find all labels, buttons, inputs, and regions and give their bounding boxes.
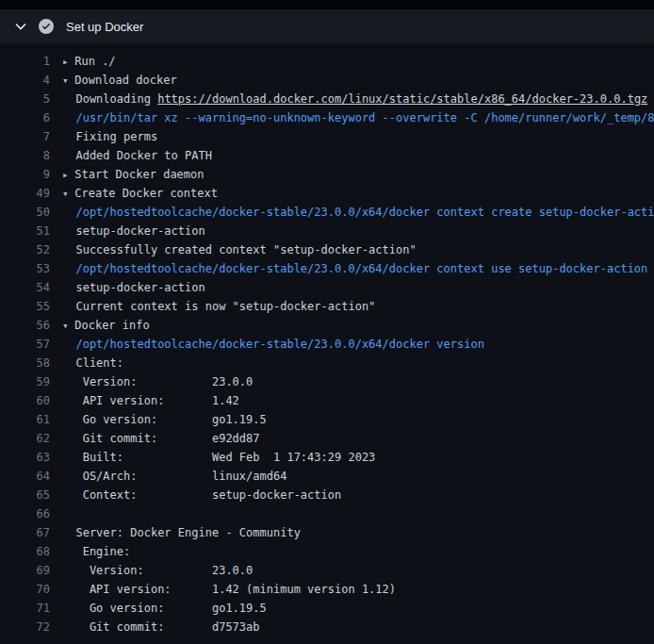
line-number[interactable]: 55	[0, 297, 50, 316]
log-line-content: Server: Docker Engine - Community	[62, 523, 654, 542]
log-text: Downloading	[62, 92, 157, 106]
group-collapse-icon[interactable]: ▾	[62, 185, 74, 203]
log-text: Server: Docker Engine - Community	[62, 526, 301, 539]
line-number[interactable]: 4	[0, 71, 50, 90]
log-line-content: /opt/hostedtoolcache/docker-stable/23.0.…	[62, 259, 654, 278]
log-text: Version: 23.0.0	[62, 375, 253, 388]
log-line-content: Go version: go1.19.5	[62, 410, 654, 429]
log-text: Client:	[62, 356, 123, 370]
line-number[interactable]: 68	[0, 542, 50, 561]
log-line: 55 Current context is now "setup-docker-…	[0, 297, 654, 316]
group-collapse-icon[interactable]: ▾	[62, 317, 74, 335]
log-line-content: ▾Download docker	[62, 71, 654, 90]
log-line-content: Added Docker to PATH	[62, 146, 654, 165]
line-number[interactable]: 53	[0, 259, 50, 278]
group-title[interactable]: Create Docker context	[74, 187, 218, 200]
group-title[interactable]: Start Docker daemon	[74, 168, 204, 181]
line-number[interactable]: 1	[0, 52, 50, 71]
log-line-content: Current context is now "setup-docker-act…	[62, 297, 654, 316]
log-line: 6 /usr/bin/tar xz --warning=no-unknown-k…	[0, 108, 654, 127]
line-number[interactable]: 66	[0, 504, 50, 523]
log-line: 61 Go version: go1.19.5	[0, 410, 654, 429]
log-line: 64 OS/Arch: linux/amd64	[0, 467, 654, 486]
log-line-content: API version: 1.42	[62, 391, 654, 410]
line-number[interactable]: 72	[0, 618, 50, 636]
log-link[interactable]: https://download.docker.com/linux/static…	[157, 92, 647, 106]
log-line: 66	[0, 504, 654, 523]
line-number[interactable]: 62	[0, 429, 50, 448]
line-number[interactable]: 5	[0, 90, 50, 108]
log-line: 56▾Docker info	[0, 316, 654, 335]
line-number[interactable]: 65	[0, 486, 50, 504]
log-line: 67 Server: Docker Engine - Community	[0, 523, 654, 542]
line-number[interactable]: 57	[0, 335, 50, 354]
log-line: 52 Successfully created context "setup-d…	[0, 240, 654, 259]
line-number[interactable]: 67	[0, 523, 50, 542]
log-line-content: Client:	[62, 354, 654, 372]
group-expand-icon[interactable]: ▸	[62, 166, 74, 184]
log-line-content: Downloading https://download.docker.com/…	[62, 90, 654, 108]
log-text: Go version: go1.19.5	[62, 413, 267, 426]
log-text: setup-docker-action	[62, 224, 205, 238]
log-line-content	[62, 504, 654, 523]
log-text: OS/Arch: linux/amd64	[62, 470, 286, 483]
line-number[interactable]: 49	[0, 184, 50, 203]
log-line: 4▾Download docker	[0, 71, 654, 90]
line-number[interactable]: 52	[0, 240, 50, 259]
log-line-content: Git commit: d7573ab	[62, 618, 654, 636]
line-number[interactable]: 50	[0, 203, 50, 222]
step-title: Set up Docker	[66, 20, 143, 34]
log-line: 59 Version: 23.0.0	[0, 372, 654, 391]
log-line-content: ▸Run ./	[62, 52, 654, 71]
success-check-icon	[39, 19, 54, 34]
log-line: 58 Client:	[0, 354, 654, 372]
line-number[interactable]: 9	[0, 165, 50, 184]
log-text: setup-docker-action	[62, 281, 205, 294]
log-line-content: setup-docker-action	[62, 278, 654, 297]
log-line: 1▸Run ./	[0, 52, 654, 71]
line-number[interactable]: 51	[0, 222, 50, 240]
log-lines-container: 1▸Run ./4▾Download docker5 Downloading h…	[0, 43, 654, 636]
group-title[interactable]: Download docker	[74, 74, 176, 87]
log-line-content: ▾Docker info	[62, 316, 654, 335]
group-expand-icon[interactable]: ▸	[62, 53, 74, 71]
log-line: 70 API version: 1.42 (minimum version 1.…	[0, 580, 654, 599]
log-line: 63 Built: Wed Feb 1 17:43:29 2023	[0, 448, 654, 467]
step-header[interactable]: Set up Docker	[0, 9, 654, 43]
log-command-text: /usr/bin/tar xz --warning=no-unknown-key…	[62, 111, 654, 124]
line-number[interactable]: 8	[0, 146, 50, 165]
line-number[interactable]: 56	[0, 316, 50, 335]
log-line: 7 Fixing perms	[0, 127, 654, 146]
group-collapse-icon[interactable]: ▾	[62, 72, 74, 90]
line-number[interactable]: 70	[0, 580, 50, 599]
line-number[interactable]: 6	[0, 108, 50, 127]
line-number[interactable]: 71	[0, 599, 50, 618]
log-line: 5 Downloading https://download.docker.co…	[0, 90, 654, 108]
line-number[interactable]: 61	[0, 410, 50, 429]
log-line-content: Built: Wed Feb 1 17:43:29 2023	[62, 448, 654, 467]
workflow-step-log-panel: Set up Docker 1▸Run ./4▾Download docker5…	[0, 0, 654, 636]
log-text: API version: 1.42 (minimum version 1.12)	[62, 583, 396, 596]
line-number[interactable]: 63	[0, 448, 50, 467]
log-line-content: Successfully created context "setup-dock…	[62, 240, 654, 259]
line-number[interactable]: 69	[0, 561, 50, 580]
log-line: 8 Added Docker to PATH	[0, 146, 654, 165]
log-line: 62 Git commit: e92dd87	[0, 429, 654, 448]
group-title[interactable]: Docker info	[74, 319, 149, 332]
line-number[interactable]: 59	[0, 372, 50, 391]
log-line: 65 Context: setup-docker-action	[0, 486, 654, 504]
line-number[interactable]: 64	[0, 467, 50, 486]
log-line-content: Version: 23.0.0	[62, 372, 654, 391]
log-line: 68 Engine:	[0, 542, 654, 561]
chevron-down-icon[interactable]	[15, 23, 26, 30]
group-title[interactable]: Run ./	[74, 55, 115, 68]
line-number[interactable]: 7	[0, 127, 50, 146]
page-background-strip	[0, 0, 654, 9]
log-text: Git commit: e92dd87	[62, 432, 260, 445]
log-text: Fixing perms	[62, 130, 157, 143]
log-line: 49▾Create Docker context	[0, 184, 654, 203]
log-text: Context: setup-docker-action	[62, 488, 341, 502]
line-number[interactable]: 58	[0, 354, 50, 372]
line-number[interactable]: 60	[0, 391, 50, 410]
line-number[interactable]: 54	[0, 278, 50, 297]
